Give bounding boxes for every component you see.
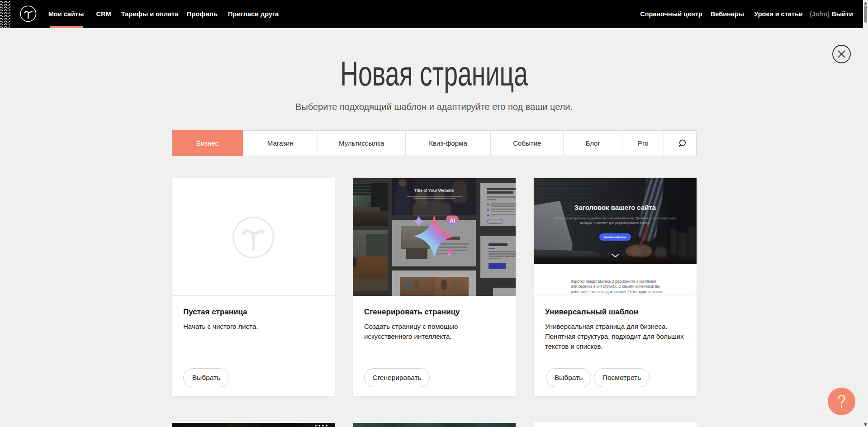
svg-text:AI: AI	[450, 218, 455, 224]
